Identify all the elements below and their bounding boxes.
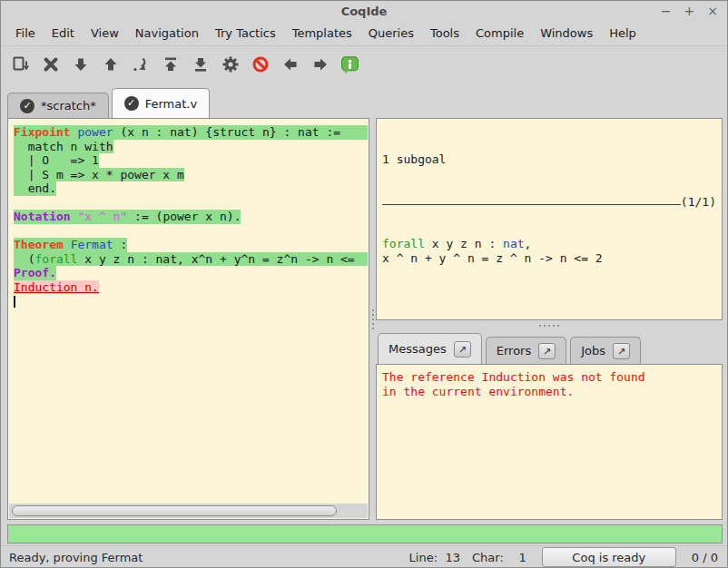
code-line: Proof. xyxy=(14,266,368,280)
goal-counter: (1/1) xyxy=(681,195,716,210)
window-title: CoqIde xyxy=(1,1,727,22)
go-to-end-button[interactable] xyxy=(185,50,215,79)
menu-tools[interactable]: Tools xyxy=(422,23,467,44)
subgoal-header: 1 subgoal xyxy=(382,152,716,167)
gear-icon xyxy=(221,55,240,73)
goal-statement: forall x y z n : nat,x ^ n + y ^ n = z ^… xyxy=(382,237,716,265)
jobs-counter: 0 / 0 xyxy=(692,551,718,564)
code-line: forall x y z n : nat, xyxy=(382,237,716,251)
tab-label: Messages xyxy=(389,342,447,356)
go-to-cursor-button[interactable] xyxy=(125,50,155,79)
coq-status-indicator: Coq is ready xyxy=(542,547,676,567)
scrollbar-thumb[interactable] xyxy=(12,505,337,516)
text-cursor xyxy=(14,296,15,308)
tab-label: Errors xyxy=(497,344,531,357)
line-label: Line: xyxy=(409,551,438,564)
coqide-window: CoqIde − + × FileEditViewNavigationTry T… xyxy=(0,0,728,568)
detach-icon[interactable]: ↗ xyxy=(454,341,471,357)
message-tab-bar: Messages↗Errors↗Jobs↗ xyxy=(376,331,723,364)
about-button[interactable] xyxy=(335,50,365,79)
menu-view[interactable]: View xyxy=(83,23,127,44)
next-button[interactable] xyxy=(305,50,335,79)
code-line: Notation "x ^ n" := (power x n). xyxy=(14,210,368,224)
toolbar xyxy=(1,45,727,83)
code-line: | O => 1 xyxy=(14,153,368,168)
status-message: Ready, proving Fermat xyxy=(9,551,143,564)
menu-queries[interactable]: Queries xyxy=(360,23,422,44)
horizontal-scrollbar[interactable] xyxy=(9,504,368,518)
tab-scratch[interactable]: ✓*scratch* xyxy=(7,93,109,118)
code-line: Theorem Fermat : xyxy=(14,238,368,252)
menu-bar: FileEditViewNavigationTry TacticsTemplat… xyxy=(1,21,727,45)
status-bar: Ready, proving Fermat Line: 13 Char: 1 C… xyxy=(1,545,727,568)
arrow-down-icon xyxy=(72,55,90,73)
title-bar: CoqIde − + × xyxy=(1,1,727,21)
go-to-start-button[interactable] xyxy=(155,50,185,79)
menu-templates[interactable]: Templates xyxy=(284,23,360,44)
interrupt-button[interactable] xyxy=(245,50,275,79)
maximize-button[interactable]: + xyxy=(684,2,695,20)
menu-windows[interactable]: Windows xyxy=(532,23,601,44)
go-to-cursor-icon xyxy=(132,55,150,73)
document-tab-bar: ✓*scratch*✓Fermat.v xyxy=(1,87,727,118)
code-line xyxy=(14,224,368,239)
goal-separator: (1/1) xyxy=(382,195,716,210)
menu-try-tactics[interactable]: Try Tactics xyxy=(207,23,284,44)
interrupt-icon xyxy=(251,55,270,73)
code-line: x ^ n + y ^ n = z ^ n -> n <= 2 xyxy=(382,251,716,266)
code-line: | S m => x * power x m xyxy=(14,168,368,182)
close-buffer-button[interactable] xyxy=(35,50,65,79)
arrow-down-bar-icon xyxy=(192,55,210,73)
code-line: Fixpoint power (x n : nat) {struct n} : … xyxy=(14,125,368,140)
code-line: (forall x y z n : nat, x^n + y^n = z^n -… xyxy=(14,252,368,267)
messages-view[interactable]: The reference Induction was not foundin … xyxy=(376,364,723,520)
tab-messages[interactable]: Messages↗ xyxy=(378,333,482,364)
fully-check-button[interactable] xyxy=(215,50,245,79)
detach-icon[interactable]: ↗ xyxy=(538,343,556,359)
save-icon xyxy=(12,55,30,73)
arrow-right-icon xyxy=(311,55,330,73)
code-editor[interactable]: Fixpoint power (x n : nat) {struct n} : … xyxy=(9,120,368,503)
horizontal-splitter[interactable] xyxy=(376,320,723,331)
code-line: match n with xyxy=(14,140,368,154)
tab-fermat.v[interactable]: ✓Fermat.v xyxy=(112,88,210,118)
arrow-up-bar-icon xyxy=(162,55,180,73)
step-backward-button[interactable] xyxy=(95,50,125,79)
code-line xyxy=(14,294,368,308)
vertical-splitter[interactable] xyxy=(369,118,376,520)
char-value: 1 xyxy=(510,551,526,564)
code-line: end. xyxy=(14,181,368,196)
main-area: Fixpoint power (x n : nat) {struct n} : … xyxy=(7,118,723,520)
detach-icon[interactable]: ↗ xyxy=(613,343,630,359)
close-icon xyxy=(42,55,60,73)
progress-bar xyxy=(7,524,723,544)
proof-goal-view[interactable]: 1 subgoal (1/1) forall x y z n : nat,x ^… xyxy=(376,118,723,320)
line-value: 13 xyxy=(444,551,460,564)
step-forward-button[interactable] xyxy=(65,50,95,79)
arrow-up-icon xyxy=(102,55,120,73)
check-icon: ✓ xyxy=(20,99,34,113)
tab-label: Fermat.v xyxy=(145,97,197,111)
menu-navigation[interactable]: Navigation xyxy=(127,23,207,44)
minimize-button[interactable]: − xyxy=(661,2,672,20)
tab-label: Jobs xyxy=(581,344,605,357)
close-button[interactable]: × xyxy=(707,2,718,20)
info-bubble-icon xyxy=(340,55,359,74)
save-button[interactable] xyxy=(5,50,35,79)
arrow-left-icon xyxy=(281,55,300,73)
code-line: Induction n. xyxy=(14,280,368,295)
tab-label: *scratch* xyxy=(41,99,96,113)
previous-button[interactable] xyxy=(275,50,305,79)
tab-jobs[interactable]: Jobs↗ xyxy=(570,337,641,364)
menu-edit[interactable]: Edit xyxy=(44,23,83,44)
menu-help[interactable]: Help xyxy=(601,23,644,44)
editor-pane: Fixpoint power (x n : nat) {struct n} : … xyxy=(7,118,369,520)
right-panes: 1 subgoal (1/1) forall x y z n : nat,x ^… xyxy=(376,118,723,520)
check-icon: ✓ xyxy=(124,96,139,111)
menu-compile[interactable]: Compile xyxy=(467,23,532,44)
message-line: in the current environment. xyxy=(382,385,716,399)
menu-file[interactable]: File xyxy=(7,23,44,44)
separator-line xyxy=(382,204,681,205)
tab-errors[interactable]: Errors↗ xyxy=(486,337,566,364)
code-line xyxy=(14,196,368,211)
